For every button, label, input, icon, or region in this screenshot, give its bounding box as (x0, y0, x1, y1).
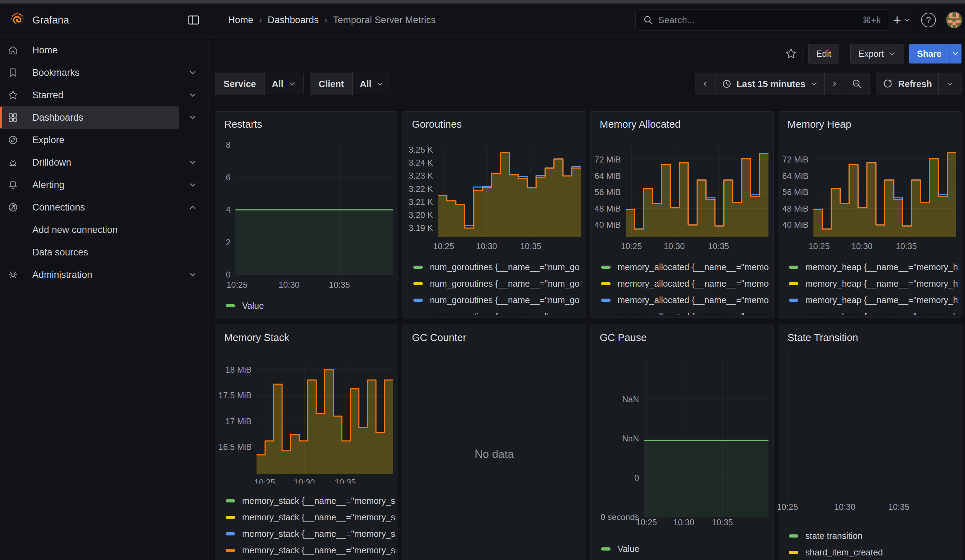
grafana-logo-icon[interactable] (9, 12, 25, 28)
chevron-down-icon[interactable] (188, 158, 197, 167)
chevron-down-icon[interactable] (188, 69, 197, 77)
chevron-down-icon[interactable] (188, 271, 197, 279)
legend-item[interactable]: memory_allocated {__name__="memo (601, 276, 770, 292)
legend-item[interactable]: memory_allocated {__name__="memo (601, 292, 770, 309)
legend: memory_allocated {__name__="memomemory_a… (601, 259, 770, 315)
panel-title[interactable]: GC Counter (412, 332, 466, 343)
svg-text:0: 0 (635, 473, 639, 482)
avatar[interactable] (946, 12, 962, 28)
share-button[interactable]: Share (909, 44, 950, 64)
compass-icon (8, 135, 18, 145)
legend-item[interactable]: num_goroutines {__name__="num_go (413, 259, 583, 276)
share-split-button: Share (909, 44, 962, 64)
legend-label: Value (242, 301, 264, 311)
help-button[interactable]: ? (921, 13, 936, 28)
svg-text:10:35: 10:35 (335, 478, 356, 483)
breadcrumb-home[interactable]: Home (228, 15, 254, 26)
svg-text:10:30: 10:30 (294, 478, 315, 483)
legend-item[interactable]: memory_stack {__name__="memory_s (226, 509, 395, 526)
legend-item[interactable]: memory_heap {__name__="memory_h (789, 292, 958, 309)
svg-text:3.22 K: 3.22 K (409, 184, 433, 194)
chevron-down-icon[interactable] (188, 113, 197, 123)
chevron-up-icon[interactable] (188, 203, 197, 212)
sidebar-item-dashboards[interactable]: Dashboards (0, 106, 179, 129)
bell-icon (8, 180, 18, 190)
legend-item[interactable]: memory_stack {__name__="memory_s (226, 542, 395, 558)
client-filter-value[interactable]: All (353, 73, 391, 95)
legend-color-dash (226, 304, 235, 307)
sidebar-item-alerting[interactable]: Alerting (0, 174, 202, 196)
legend-item[interactable]: shard_item_created (789, 544, 958, 560)
breadcrumb-dashboards[interactable]: Dashboards (268, 15, 319, 26)
refresh-button[interactable]: Refresh (876, 73, 939, 95)
legend-item[interactable]: memory_stack {__name__="memory_s (226, 526, 395, 542)
drilldown-icon (8, 157, 18, 168)
svg-text:48 MiB: 48 MiB (782, 204, 808, 213)
time-forward-button[interactable] (824, 73, 844, 95)
chevron-down-icon[interactable] (188, 91, 197, 99)
sidebar-item-connections[interactable]: Connections (0, 196, 202, 219)
sidebar-item-bookmarks[interactable]: Bookmarks (0, 61, 202, 84)
panel-goroutines: Goroutines 3.19 K3.20 K3.21 K3.22 K3.23 … (402, 111, 586, 318)
question-icon: ? (921, 13, 936, 28)
panel-title[interactable]: Restarts (224, 119, 262, 130)
edit-button[interactable]: Edit (808, 44, 839, 64)
legend-item[interactable]: memory_allocated {__name__="memo (601, 259, 770, 276)
legend-color-dash (601, 547, 610, 550)
panel-title[interactable]: Memory Allocated (600, 119, 681, 130)
legend-item[interactable]: Value (601, 541, 770, 557)
legend-item[interactable]: memory_heap {__name__="memory_h (789, 309, 958, 315)
client-filter-label: Client (310, 73, 353, 95)
memory-stack-chart[interactable]: 16.5 MiB17 MiB17.5 MiB18 MiB10:2510:3010… (215, 347, 398, 483)
restarts-chart[interactable]: 0246810:2510:3010:35 (215, 133, 398, 295)
sidebar-item-explore[interactable]: Explore (0, 129, 202, 151)
state-transition-chart[interactable]: 10:2510:3010:35 (778, 347, 962, 515)
sidebar-item-starred[interactable]: Starred (0, 84, 202, 106)
legend-item[interactable]: num_goroutines {__name__="num_go (413, 309, 583, 315)
service-filter-value[interactable]: All (265, 73, 303, 95)
memory-allocated-chart[interactable]: 40 MiB48 MiB56 MiB64 MiB72 MiB10:2510:30… (590, 133, 774, 255)
add-button[interactable]: + (893, 13, 911, 27)
time-range-button[interactable]: Last 15 minutes (715, 73, 825, 95)
sidebar-item-home[interactable]: Home (0, 39, 202, 61)
svg-text:10:35: 10:35 (708, 242, 729, 251)
legend-item[interactable]: num_goroutines {__name__="num_go (413, 276, 583, 292)
svg-text:3.21 K: 3.21 K (409, 197, 433, 207)
chevron-down-icon[interactable] (188, 181, 197, 189)
panel-title[interactable]: Goroutines (412, 119, 462, 130)
refresh-interval-button[interactable] (939, 73, 961, 95)
share-menu-button[interactable] (950, 44, 962, 64)
panel-title[interactable]: State Transition (787, 332, 858, 343)
sidebar-item-data-sources[interactable]: Data sources (0, 241, 202, 263)
search-box[interactable]: ⌘+k (636, 9, 888, 31)
legend-item[interactable]: memory_allocated {__name__="memo (601, 309, 770, 315)
legend-item[interactable]: memory_heap {__name__="memory_h (789, 259, 958, 276)
panel-title[interactable]: Memory Heap (787, 119, 851, 130)
search-input[interactable] (658, 15, 858, 26)
legend-item[interactable]: memory_heap {__name__="memory_h (789, 276, 958, 292)
service-filter-label: Service (215, 73, 265, 95)
svg-text:48 MiB: 48 MiB (594, 204, 621, 213)
legend-item[interactable]: state transition (789, 528, 958, 544)
sidebar-toggle-button[interactable] (187, 13, 201, 27)
sidebar-item-administration[interactable]: Administration (0, 263, 202, 286)
goroutines-chart[interactable]: 3.19 K3.20 K3.21 K3.22 K3.23 K3.24 K3.25… (403, 133, 586, 255)
svg-text:10:35: 10:35 (712, 518, 733, 527)
legend-item[interactable]: Value (226, 297, 395, 314)
sidebar-item-add-new-connection[interactable]: Add new connection (0, 219, 202, 241)
zoom-out-button[interactable] (844, 73, 870, 95)
legend-item[interactable]: num_goroutines {__name__="num_go (413, 292, 583, 309)
legend-label: shard_item_created (805, 547, 883, 558)
breadcrumb: Home › Dashboards › Temporal Server Metr… (228, 15, 436, 26)
legend-item[interactable]: memory_stack {__name__="memory_s (226, 493, 395, 509)
sidebar-item-drilldown[interactable]: Drilldown (0, 151, 202, 174)
memory-heap-chart[interactable]: 40 MiB48 MiB56 MiB64 MiB72 MiB10:2510:30… (778, 133, 962, 255)
legend-color-dash (226, 499, 235, 503)
legend-label: memory_stack {__name__="memory_s (242, 512, 395, 522)
gc-pause-chart[interactable]: NaNNaN00 seconds10:2510:3010:35 (590, 347, 774, 529)
time-back-button[interactable] (696, 73, 715, 95)
panel-title[interactable]: Memory Stack (224, 332, 289, 343)
export-button[interactable]: Export (850, 44, 904, 64)
favorite-button[interactable] (785, 47, 797, 60)
panel-title[interactable]: GC Pause (600, 332, 647, 343)
